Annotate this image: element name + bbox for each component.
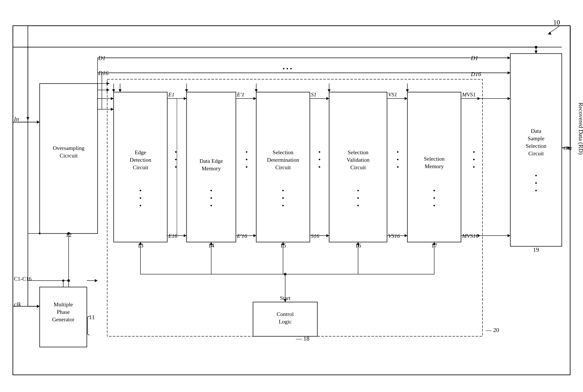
cl-label1: Control xyxy=(276,311,294,317)
eprime1-label: E'1 xyxy=(237,92,244,98)
sdc-label2: Determination xyxy=(267,157,299,163)
svg-marker-96 xyxy=(406,89,409,92)
svc-label1: Selection xyxy=(348,149,369,156)
s1-label: S1 xyxy=(311,92,317,98)
svg-marker-27 xyxy=(107,88,109,92)
mpg-label2: Phase xyxy=(57,309,70,315)
svg-text:•: • xyxy=(397,148,399,156)
svg-text:•: • xyxy=(245,156,248,163)
svg-text:•: • xyxy=(433,194,435,202)
svg-marker-127 xyxy=(534,51,537,54)
svg-text:•: • xyxy=(245,148,248,156)
svg-text:•: • xyxy=(282,194,284,202)
svg-marker-84 xyxy=(119,89,122,92)
cl-label2: Logic xyxy=(279,318,292,325)
clk-label: clk xyxy=(14,301,21,308)
dssc-label1: Data xyxy=(531,128,541,134)
svg-line-10 xyxy=(88,334,90,335)
svg-text:•: • xyxy=(175,164,177,170)
edge-detection-label1: Edge xyxy=(135,149,146,156)
cl-number: — 18 xyxy=(296,335,310,342)
svg-marker-32 xyxy=(184,97,187,100)
svg-point-146 xyxy=(39,233,41,234)
svg-marker-55 xyxy=(405,234,407,237)
svg-marker-92 xyxy=(255,89,258,92)
svg-marker-39 xyxy=(253,97,256,100)
svg-marker-60 xyxy=(477,97,480,100)
svg-text:•: • xyxy=(245,164,248,170)
svg-text:•: • xyxy=(357,202,359,209)
rd-label: Recovered Data (RD) xyxy=(578,102,583,155)
svg-marker-41 xyxy=(253,234,256,237)
svg-text:•: • xyxy=(319,156,321,163)
dem-label1: Data Edge xyxy=(199,158,223,164)
svg-text:•: • xyxy=(433,187,435,194)
mpg-number: 11 xyxy=(89,314,95,320)
svg-marker-34 xyxy=(184,234,187,237)
svg-text:•: • xyxy=(282,187,284,194)
dssc-label4: Circuit xyxy=(528,150,544,156)
svg-marker-21 xyxy=(507,71,510,74)
svg-text:•: • xyxy=(210,187,212,194)
mvs16-label: MVS16 xyxy=(462,233,479,239)
oversampling-label: Oversampling xyxy=(53,145,84,151)
svg-marker-94 xyxy=(328,89,331,92)
top-dots: • • • xyxy=(282,65,292,72)
svg-text:•: • xyxy=(319,148,321,156)
dssc-label2: Sample xyxy=(528,136,544,142)
svg-marker-90 xyxy=(185,89,188,92)
svg-text:•: • xyxy=(473,156,475,163)
dem-label2: Memory xyxy=(202,165,221,172)
svg-marker-82 xyxy=(112,89,115,92)
svg-text:•: • xyxy=(319,164,321,170)
sdc-label3: Circuit xyxy=(275,164,291,170)
svg-text:•: • xyxy=(397,164,399,170)
oversampling-label2: Cicrcuit xyxy=(60,152,78,159)
dssc-block xyxy=(510,54,562,246)
svg-text:•: • xyxy=(175,156,177,163)
svg-marker-117 xyxy=(507,97,510,100)
in-label: In xyxy=(14,116,19,122)
c1c16-label: C1-C16 xyxy=(14,276,32,282)
svc-label3: Circuit xyxy=(350,164,366,170)
svg-marker-25 xyxy=(107,82,109,85)
svg-text:•: • xyxy=(357,187,359,194)
svg-text:•: • xyxy=(535,172,537,179)
vs16-label: VS16 xyxy=(388,233,400,239)
vs1-label: VS1 xyxy=(388,92,397,98)
svg-text:•: • xyxy=(210,194,212,202)
svg-marker-62 xyxy=(477,234,480,237)
svg-marker-18 xyxy=(507,56,510,59)
svg-text:•: • xyxy=(357,194,359,202)
svg-marker-88 xyxy=(111,108,114,111)
svg-marker-119 xyxy=(507,234,510,237)
svg-text:•: • xyxy=(210,202,212,209)
ref-10: 10 xyxy=(553,18,560,26)
svc-label2: Validation xyxy=(347,157,370,163)
sdc-label1: Selection xyxy=(273,149,294,156)
svg-text:•: • xyxy=(282,202,284,209)
s16-label: S16 xyxy=(311,233,319,239)
svg-marker-137 xyxy=(37,120,40,124)
d1-right-label: D1 xyxy=(471,54,478,61)
edge-detection-label3: Circuit xyxy=(133,164,148,170)
svg-point-144 xyxy=(67,232,70,235)
svg-marker-48 xyxy=(326,234,329,237)
svg-text:•: • xyxy=(139,194,142,202)
sm-label2: Memory xyxy=(425,163,444,170)
svg-text:•: • xyxy=(535,180,537,186)
dssc-number: 19 xyxy=(533,246,539,253)
svg-text:•: • xyxy=(433,202,435,209)
svg-marker-86 xyxy=(111,97,114,100)
svg-text:•: • xyxy=(535,187,537,194)
svg-text:•: • xyxy=(397,156,399,163)
svg-marker-53 xyxy=(405,97,407,100)
svg-marker-46 xyxy=(326,97,329,100)
eprime16-label: E'16 xyxy=(237,233,247,239)
svg-text:•: • xyxy=(175,148,177,156)
svg-text:•: • xyxy=(473,148,475,156)
dssc-label3: Selection xyxy=(526,143,546,149)
sm-label1: Selection xyxy=(424,156,445,162)
mpg-label3: Generator xyxy=(52,316,74,322)
mpg-label1: Multiple xyxy=(54,302,73,308)
